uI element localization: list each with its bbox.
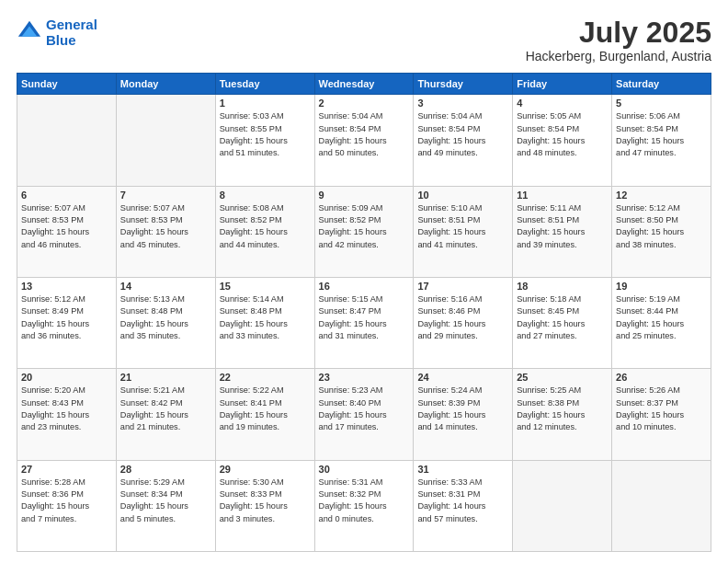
calendar-cell: 11Sunrise: 5:11 AM Sunset: 8:51 PM Dayli…: [513, 186, 612, 277]
calendar-cell: 19Sunrise: 5:19 AM Sunset: 8:44 PM Dayli…: [612, 277, 711, 368]
day-number: 12: [616, 190, 707, 201]
day-info: Sunrise: 5:06 AM Sunset: 8:54 PM Dayligh…: [616, 110, 707, 159]
day-info: Sunrise: 5:19 AM Sunset: 8:44 PM Dayligh…: [616, 293, 707, 342]
day-info: Sunrise: 5:10 AM Sunset: 8:51 PM Dayligh…: [417, 202, 508, 251]
day-info: Sunrise: 5:04 AM Sunset: 8:54 PM Dayligh…: [417, 110, 508, 159]
calendar-table: SundayMondayTuesdayWednesdayThursdayFrid…: [17, 73, 711, 552]
day-number: 18: [517, 281, 608, 292]
calendar-cell: 8Sunrise: 5:08 AM Sunset: 8:52 PM Daylig…: [215, 186, 314, 277]
calendar-cell: 3Sunrise: 5:04 AM Sunset: 8:54 PM Daylig…: [414, 95, 513, 186]
day-info: Sunrise: 5:24 AM Sunset: 8:39 PM Dayligh…: [417, 385, 508, 433]
day-number: 7: [120, 190, 211, 201]
month-year: July 2025: [526, 17, 711, 49]
calendar-cell: 9Sunrise: 5:09 AM Sunset: 8:52 PM Daylig…: [314, 186, 414, 277]
day-info: Sunrise: 5:08 AM Sunset: 8:52 PM Dayligh…: [220, 202, 311, 251]
day-number: 20: [21, 372, 112, 383]
logo-icon: [17, 19, 42, 45]
day-info: Sunrise: 5:16 AM Sunset: 8:46 PM Dayligh…: [417, 293, 508, 342]
day-number: 1: [220, 98, 311, 109]
logo-blue-word: Blue: [46, 32, 76, 48]
day-number: 19: [616, 281, 707, 292]
week-row-2: 6Sunrise: 5:07 AM Sunset: 8:53 PM Daylig…: [17, 186, 711, 277]
day-info: Sunrise: 5:31 AM Sunset: 8:32 PM Dayligh…: [319, 477, 410, 525]
day-info: Sunrise: 5:29 AM Sunset: 8:34 PM Dayligh…: [120, 477, 211, 525]
location: Hackerberg, Burgenland, Austria: [526, 49, 711, 63]
calendar-cell: 26Sunrise: 5:26 AM Sunset: 8:37 PM Dayli…: [612, 369, 711, 460]
calendar-cell: 13Sunrise: 5:12 AM Sunset: 8:49 PM Dayli…: [17, 277, 117, 368]
day-number: 31: [417, 464, 508, 475]
calendar-cell: [612, 460, 711, 551]
day-info: Sunrise: 5:22 AM Sunset: 8:41 PM Dayligh…: [220, 385, 311, 433]
calendar-cell: 15Sunrise: 5:14 AM Sunset: 8:48 PM Dayli…: [215, 277, 314, 368]
day-number: 5: [616, 98, 707, 109]
day-info: Sunrise: 5:04 AM Sunset: 8:54 PM Dayligh…: [319, 110, 410, 159]
calendar-cell: 12Sunrise: 5:12 AM Sunset: 8:50 PM Dayli…: [612, 186, 711, 277]
day-info: Sunrise: 5:12 AM Sunset: 8:50 PM Dayligh…: [616, 202, 707, 251]
calendar-cell: 29Sunrise: 5:30 AM Sunset: 8:33 PM Dayli…: [215, 460, 314, 551]
calendar-cell: 22Sunrise: 5:22 AM Sunset: 8:41 PM Dayli…: [215, 369, 314, 460]
day-info: Sunrise: 5:21 AM Sunset: 8:42 PM Dayligh…: [120, 385, 211, 433]
week-row-5: 27Sunrise: 5:28 AM Sunset: 8:36 PM Dayli…: [17, 460, 711, 551]
day-number: 16: [319, 281, 410, 292]
day-number: 6: [21, 190, 112, 201]
calendar-cell: 14Sunrise: 5:13 AM Sunset: 8:48 PM Dayli…: [116, 277, 215, 368]
day-info: Sunrise: 5:23 AM Sunset: 8:40 PM Dayligh…: [319, 385, 410, 433]
day-number: 28: [120, 464, 211, 475]
calendar-cell: 18Sunrise: 5:18 AM Sunset: 8:45 PM Dayli…: [513, 277, 612, 368]
day-info: Sunrise: 5:30 AM Sunset: 8:33 PM Dayligh…: [220, 477, 311, 525]
day-header-tuesday: Tuesday: [215, 74, 314, 95]
day-number: 22: [220, 372, 311, 383]
day-number: 10: [417, 190, 508, 201]
calendar-cell: 20Sunrise: 5:20 AM Sunset: 8:43 PM Dayli…: [17, 369, 117, 460]
day-info: Sunrise: 5:11 AM Sunset: 8:51 PM Dayligh…: [517, 202, 608, 251]
calendar-cell: [17, 95, 117, 186]
calendar-cell: 1Sunrise: 5:03 AM Sunset: 8:55 PM Daylig…: [215, 95, 314, 186]
day-info: Sunrise: 5:09 AM Sunset: 8:52 PM Dayligh…: [319, 202, 410, 251]
day-info: Sunrise: 5:14 AM Sunset: 8:48 PM Dayligh…: [220, 293, 311, 342]
calendar-cell: 2Sunrise: 5:04 AM Sunset: 8:54 PM Daylig…: [314, 95, 414, 186]
day-header-wednesday: Wednesday: [314, 74, 414, 95]
calendar-cell: [116, 95, 215, 186]
day-header-thursday: Thursday: [414, 74, 513, 95]
day-header-monday: Monday: [116, 74, 215, 95]
day-info: Sunrise: 5:07 AM Sunset: 8:53 PM Dayligh…: [120, 202, 211, 251]
week-row-3: 13Sunrise: 5:12 AM Sunset: 8:49 PM Dayli…: [17, 277, 711, 368]
calendar-cell: 17Sunrise: 5:16 AM Sunset: 8:46 PM Dayli…: [414, 277, 513, 368]
calendar-cell: 30Sunrise: 5:31 AM Sunset: 8:32 PM Dayli…: [314, 460, 414, 551]
day-number: 15: [220, 281, 311, 292]
logo-text: General Blue: [46, 17, 97, 49]
day-info: Sunrise: 5:28 AM Sunset: 8:36 PM Dayligh…: [21, 477, 112, 525]
day-info: Sunrise: 5:03 AM Sunset: 8:55 PM Dayligh…: [220, 110, 311, 159]
calendar-cell: 4Sunrise: 5:05 AM Sunset: 8:54 PM Daylig…: [513, 95, 612, 186]
day-number: 29: [220, 464, 311, 475]
calendar-cell: 31Sunrise: 5:33 AM Sunset: 8:31 PM Dayli…: [414, 460, 513, 551]
day-header-friday: Friday: [513, 74, 612, 95]
calendar-cell: [513, 460, 612, 551]
day-number: 23: [319, 372, 410, 383]
day-number: 26: [616, 372, 707, 383]
calendar-cell: 28Sunrise: 5:29 AM Sunset: 8:34 PM Dayli…: [116, 460, 215, 551]
day-number: 4: [517, 98, 608, 109]
day-info: Sunrise: 5:26 AM Sunset: 8:37 PM Dayligh…: [616, 385, 707, 433]
day-header-saturday: Saturday: [612, 74, 711, 95]
header: General Blue July 2025 Hackerberg, Burge…: [17, 17, 711, 63]
day-info: Sunrise: 5:33 AM Sunset: 8:31 PM Dayligh…: [417, 477, 508, 525]
calendar-cell: 5Sunrise: 5:06 AM Sunset: 8:54 PM Daylig…: [612, 95, 711, 186]
calendar-cell: 10Sunrise: 5:10 AM Sunset: 8:51 PM Dayli…: [414, 186, 513, 277]
day-info: Sunrise: 5:15 AM Sunset: 8:47 PM Dayligh…: [319, 293, 410, 342]
day-info: Sunrise: 5:25 AM Sunset: 8:38 PM Dayligh…: [517, 385, 608, 433]
calendar-cell: 23Sunrise: 5:23 AM Sunset: 8:40 PM Dayli…: [314, 369, 414, 460]
week-row-4: 20Sunrise: 5:20 AM Sunset: 8:43 PM Dayli…: [17, 369, 711, 460]
page: General Blue July 2025 Hackerberg, Burge…: [0, 0, 728, 563]
day-number: 9: [319, 190, 410, 201]
logo-general: General: [46, 17, 97, 32]
day-header-sunday: Sunday: [17, 74, 117, 95]
calendar-cell: 25Sunrise: 5:25 AM Sunset: 8:38 PM Dayli…: [513, 369, 612, 460]
logo: General Blue: [17, 17, 97, 49]
week-row-1: 1Sunrise: 5:03 AM Sunset: 8:55 PM Daylig…: [17, 95, 711, 186]
day-number: 17: [417, 281, 508, 292]
calendar-cell: 27Sunrise: 5:28 AM Sunset: 8:36 PM Dayli…: [17, 460, 117, 551]
day-number: 13: [21, 281, 112, 292]
day-number: 3: [417, 98, 508, 109]
day-number: 11: [517, 190, 608, 201]
